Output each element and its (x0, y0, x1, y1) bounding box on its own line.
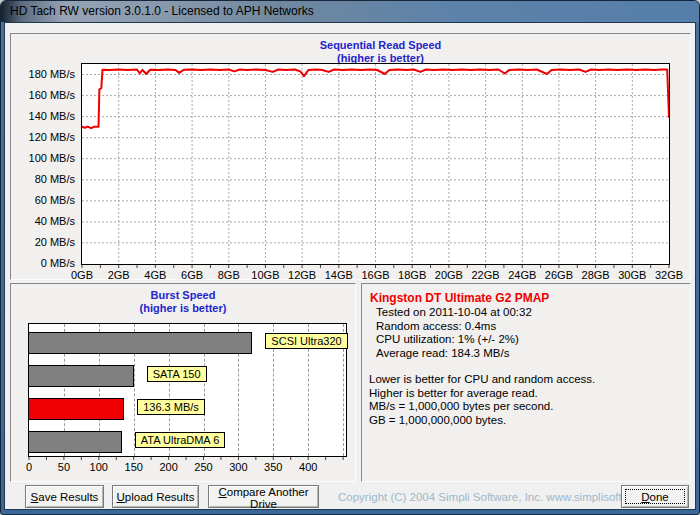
save-results-button[interactable]: Save Results (25, 485, 104, 508)
y-axis-tick-label: 180 MB/s (11, 68, 75, 80)
info-note-line: MB/s = 1,000,000 bytes per second. (362, 400, 690, 414)
x-axis-tick-label: 24GB (508, 269, 536, 281)
seq-chart-title: Sequential Read Speed (11, 39, 690, 52)
x-axis-tick-label: 2GB (108, 269, 130, 281)
done-label: Done (641, 491, 669, 503)
x-axis-tick-label: 26GB (545, 269, 573, 281)
x-axis-tick-label: 250 (194, 461, 212, 473)
x-axis-tick-label: 32GB (655, 269, 683, 281)
y-axis-tick-label: 0 MB/s (11, 257, 75, 269)
info-notes: Lower is better for CPU and random acces… (362, 373, 690, 427)
x-axis-tick-label: 8GB (218, 269, 240, 281)
x-axis-tick-label: 0 (26, 461, 32, 473)
burst-x-minor-ticks (28, 457, 349, 461)
upload-results-button[interactable]: Upload Results (112, 485, 199, 508)
seq-line-chart (82, 64, 669, 264)
drive-stat-line: Random access: 0.4ms (362, 320, 690, 334)
done-button[interactable]: Done (621, 485, 689, 508)
x-axis-tick-label: 350 (264, 461, 282, 473)
y-axis-tick-label: 100 MB/s (11, 152, 75, 164)
hdtach-window: HD Tach RW version 3.0.1.0 - Licensed to… (0, 0, 700, 515)
y-axis-tick-label: 40 MB/s (11, 215, 75, 227)
drive-info-panel: Kingston DT Ultimate G2 PMAP Tested on 2… (361, 283, 691, 482)
seq-plot-area (81, 63, 670, 265)
info-note-line: Higher is better for average read. (362, 387, 690, 401)
compare-another-drive-button[interactable]: Compare Another Drive (208, 485, 319, 508)
x-axis-tick-label: 18GB (398, 269, 426, 281)
x-axis-tick-label: 22GB (471, 269, 499, 281)
x-axis-tick-label: 200 (159, 461, 177, 473)
y-axis-tick-label: 80 MB/s (11, 173, 75, 185)
x-axis-tick-label: 50 (58, 461, 70, 473)
client-area: Sequential Read Speed (higher is better)… (4, 22, 696, 510)
footer-bar: Save Results Upload Results Compare Anot… (5, 484, 695, 511)
x-axis-tick-label: 28GB (582, 269, 610, 281)
gridline (273, 324, 274, 456)
x-axis-tick-label: 14GB (325, 269, 353, 281)
y-axis-tick-label: 120 MB/s (11, 131, 75, 143)
drive-stats: Tested on 2011-10-04 at 00:32Random acce… (362, 306, 690, 360)
drive-name: Kingston DT Ultimate G2 PMAP (362, 284, 690, 305)
x-axis-tick-label: 12GB (288, 269, 316, 281)
y-axis-tick-label: 60 MB/s (11, 194, 75, 206)
drive-stat-line: CPU utilization: 1% (+/- 2%) (362, 333, 690, 347)
burst-bar (29, 431, 122, 453)
x-axis-tick-label: 10GB (251, 269, 279, 281)
gridline (308, 324, 309, 456)
y-axis-tick-label: 160 MB/s (11, 89, 75, 101)
burst-chart-title: Burst Speed (11, 289, 355, 302)
x-axis-tick-label: 4GB (144, 269, 166, 281)
x-axis-tick-label: 150 (125, 461, 143, 473)
info-note-line: GB = 1,000,000,000 bytes. (362, 414, 690, 428)
x-axis-tick-label: 100 (90, 461, 108, 473)
burst-speed-panel: Burst Speed (higher is better) SCSI Ultr… (10, 283, 356, 482)
x-axis-tick-label: 400 (299, 461, 317, 473)
y-axis-tick-label: 140 MB/s (11, 110, 75, 122)
sequential-read-panel: Sequential Read Speed (higher is better)… (10, 33, 691, 280)
drive-stat-line: Tested on 2011-10-04 at 00:32 (362, 306, 690, 320)
x-axis-tick-label: 30GB (618, 269, 646, 281)
burst-bar (29, 332, 252, 354)
drive-stat-line: Average read: 184.3 MB/s (362, 347, 690, 361)
x-axis-tick-label: 6GB (181, 269, 203, 281)
burst-bar (29, 398, 124, 420)
y-axis-tick-label: 20 MB/s (11, 236, 75, 248)
x-axis-tick-label: 0GB (71, 269, 93, 281)
window-title: HD Tach RW version 3.0.1.0 - Licensed to… (10, 4, 314, 18)
info-note-line: Lower is better for CPU and random acces… (362, 373, 690, 387)
x-axis-tick-label: 16GB (361, 269, 389, 281)
burst-plot-area (28, 323, 347, 457)
burst-chart-subtitle: (higher is better) (11, 302, 355, 315)
seq-x-minor-ticks (81, 265, 670, 269)
gridline (343, 324, 344, 456)
title-bar[interactable]: HD Tach RW version 3.0.1.0 - Licensed to… (1, 1, 699, 22)
compare-another-drive-label: Compare Another Drive (218, 486, 308, 510)
save-results-label: Save Results (31, 491, 99, 503)
x-axis-tick-label: 300 (229, 461, 247, 473)
burst-bar (29, 365, 134, 387)
upload-results-label: Upload Results (117, 491, 195, 503)
x-axis-tick-label: 20GB (435, 269, 463, 281)
